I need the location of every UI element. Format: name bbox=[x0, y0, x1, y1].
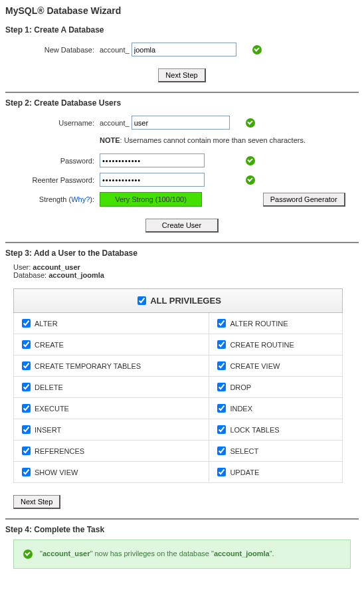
privilege-cell: ALTER bbox=[14, 313, 209, 334]
reenter-password-label: Reenter Password: bbox=[5, 170, 97, 189]
strength-label-b: ): bbox=[90, 195, 94, 203]
privilege-cell: SELECT bbox=[209, 441, 343, 462]
username-prefix: account_ bbox=[100, 119, 130, 127]
step1-heading: Step 1: Create A Database bbox=[5, 25, 359, 35]
check-icon bbox=[252, 45, 262, 54]
privilege-checkbox[interactable] bbox=[22, 319, 31, 328]
privilege-checkbox[interactable] bbox=[22, 404, 31, 413]
privilege-label: CREATE ROUTINE bbox=[230, 341, 294, 349]
privilege-label: CREATE bbox=[35, 341, 64, 349]
privilege-label: CREATE VIEW bbox=[230, 362, 280, 370]
privilege-checkbox[interactable] bbox=[217, 425, 226, 434]
privilege-cell: DELETE bbox=[14, 377, 209, 398]
privilege-checkbox[interactable] bbox=[22, 361, 31, 370]
privilege-label: SHOW VIEW bbox=[35, 468, 78, 476]
privilege-checkbox[interactable] bbox=[217, 468, 226, 476]
privilege-cell: DROP bbox=[209, 377, 343, 398]
privilege-label: SELECT bbox=[230, 447, 258, 455]
success-message: "account_user" now has privileges on the… bbox=[13, 540, 351, 569]
new-database-input[interactable] bbox=[132, 43, 236, 56]
password-generator-button[interactable]: Password Generator bbox=[263, 193, 345, 207]
username-input[interactable] bbox=[132, 116, 230, 130]
step1-button-row: Next Step bbox=[5, 68, 359, 82]
privilege-cell: LOCK TABLES bbox=[209, 419, 343, 441]
next-step-button[interactable]: Next Step bbox=[13, 495, 60, 509]
privilege-checkbox[interactable] bbox=[22, 468, 31, 476]
privilege-cell: INDEX bbox=[209, 398, 343, 419]
privilege-cell: CREATE TEMPORARY TABLES bbox=[14, 355, 209, 377]
create-user-row: Create User bbox=[5, 219, 359, 233]
privilege-checkbox[interactable] bbox=[217, 447, 226, 455]
check-icon bbox=[246, 118, 255, 128]
msg-b: " now has privileges on the database " bbox=[90, 549, 214, 557]
check-icon bbox=[23, 549, 33, 559]
user-db-block: User: account_user Database: account_joo… bbox=[13, 263, 351, 279]
divider bbox=[5, 242, 359, 243]
check-icon bbox=[246, 175, 255, 185]
privilege-cell: CREATE ROUTINE bbox=[209, 334, 343, 355]
new-database-prefix: account_ bbox=[100, 46, 130, 54]
success-db: account_joomla bbox=[214, 549, 270, 557]
privilege-label: CREATE TEMPORARY TABLES bbox=[35, 362, 141, 370]
privilege-cell: CREATE bbox=[14, 334, 209, 355]
privilege-cell: EXECUTE bbox=[14, 398, 209, 419]
privilege-label: DROP bbox=[230, 383, 251, 391]
all-privileges-label: ALL PRIVILEGES bbox=[150, 296, 221, 306]
new-database-row: New Database: account_ bbox=[5, 40, 264, 59]
all-privileges-header: ALL PRIVILEGES bbox=[14, 289, 343, 313]
privilege-checkbox[interactable] bbox=[22, 447, 31, 455]
new-database-label: New Database: bbox=[5, 40, 97, 59]
privilege-label: DELETE bbox=[35, 383, 63, 391]
divider bbox=[5, 92, 359, 93]
privilege-label: LOCK TABLES bbox=[230, 426, 279, 434]
privilege-label: INDEX bbox=[230, 405, 252, 413]
user-value: account_user bbox=[33, 263, 80, 271]
privilege-cell: REFERENCES bbox=[14, 441, 209, 462]
create-user-button[interactable]: Create User bbox=[145, 219, 219, 233]
privilege-cell: ALTER ROUTINE bbox=[209, 313, 343, 334]
db-label: Database: bbox=[13, 271, 48, 279]
password-input[interactable] bbox=[100, 153, 205, 167]
privilege-checkbox[interactable] bbox=[217, 319, 226, 328]
privilege-cell: UPDATE bbox=[209, 462, 343, 483]
strength-label-a: Strength ( bbox=[39, 195, 71, 203]
success-user: account_user bbox=[43, 549, 90, 557]
privilege-label: ALTER bbox=[35, 320, 58, 328]
step2-form: Username: account_ NOTE: Usernames canno… bbox=[5, 113, 348, 209]
privilege-cell: CREATE VIEW bbox=[209, 355, 343, 377]
msg-c: ". bbox=[270, 549, 274, 557]
db-value: account_joomla bbox=[48, 271, 104, 279]
privilege-label: INSERT bbox=[35, 426, 61, 434]
all-privileges-checkbox[interactable] bbox=[137, 296, 146, 305]
privilege-label: EXECUTE bbox=[35, 405, 69, 413]
privilege-label: REFERENCES bbox=[35, 447, 84, 455]
page-title: MySQL® Database Wizard bbox=[5, 5, 359, 16]
username-label: Username: bbox=[5, 113, 97, 132]
privilege-checkbox[interactable] bbox=[217, 361, 226, 370]
note-bold: NOTE bbox=[100, 136, 120, 144]
next-step-button[interactable]: Next Step bbox=[158, 68, 205, 82]
strength-label: Strength (Why?): bbox=[5, 189, 97, 209]
step3-heading: Step 3: Add a User to the Database bbox=[5, 249, 359, 258]
privileges-table: ALL PRIVILEGES ALTERALTER ROUTINECREATEC… bbox=[13, 288, 343, 483]
privilege-cell: INSERT bbox=[14, 419, 209, 441]
privilege-checkbox[interactable] bbox=[22, 425, 31, 434]
privilege-checkbox[interactable] bbox=[22, 383, 31, 391]
strength-meter: Very Strong (100/100) bbox=[100, 192, 202, 207]
step3-button-row: Next Step bbox=[13, 495, 359, 509]
privilege-checkbox[interactable] bbox=[217, 383, 226, 391]
why-link[interactable]: Why? bbox=[71, 195, 90, 203]
privilege-checkbox[interactable] bbox=[217, 404, 226, 413]
password-label: Password: bbox=[5, 151, 97, 170]
privilege-checkbox[interactable] bbox=[22, 340, 31, 349]
privilege-label: UPDATE bbox=[230, 468, 259, 476]
privilege-label: ALTER ROUTINE bbox=[230, 320, 288, 328]
step2-heading: Step 2: Create Database Users bbox=[5, 98, 359, 108]
privilege-checkbox[interactable] bbox=[217, 340, 226, 349]
username-note: NOTE: Usernames cannot contain more than… bbox=[100, 136, 345, 144]
user-label: User: bbox=[13, 263, 33, 271]
reenter-password-input[interactable] bbox=[100, 173, 205, 187]
divider bbox=[5, 518, 359, 520]
step4-heading: Step 4: Complete the Task bbox=[5, 525, 359, 534]
privilege-cell: SHOW VIEW bbox=[14, 462, 209, 483]
